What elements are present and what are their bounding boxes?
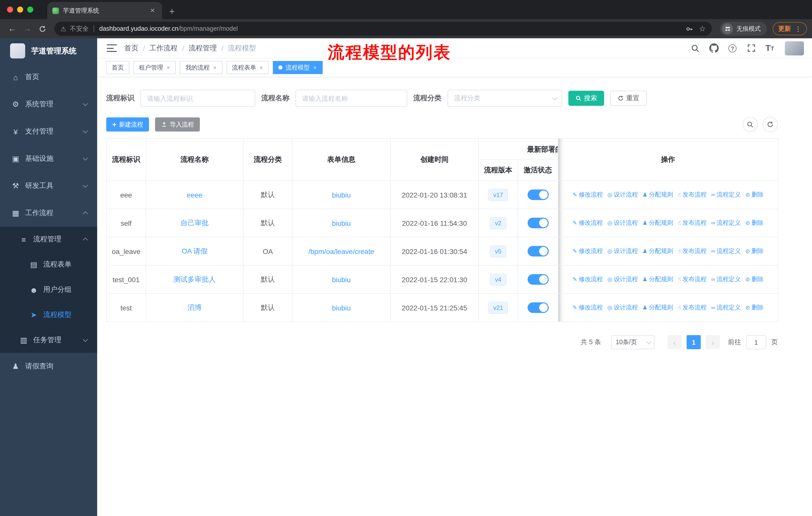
search-button[interactable]: 搜索	[568, 91, 604, 106]
design-process-action[interactable]: ◎设计流程	[607, 190, 638, 199]
assign-rule-action[interactable]: ♟分配规则	[642, 219, 673, 227]
active-status-toggle[interactable]	[527, 302, 548, 313]
delete-action[interactable]: ⊘删除	[745, 303, 763, 312]
process-definition-action[interactable]: ∞流程定义	[711, 303, 741, 312]
design-process-action[interactable]: ◎设计流程	[607, 275, 638, 284]
active-status-toggle[interactable]	[527, 246, 548, 256]
page-1-button[interactable]: 1	[687, 335, 701, 349]
goto-page-input[interactable]	[746, 335, 766, 349]
user-avatar[interactable]	[785, 41, 804, 55]
edit-process-action[interactable]: ✎修改流程	[573, 247, 603, 255]
active-status-toggle[interactable]	[527, 189, 548, 200]
active-status-toggle[interactable]	[527, 274, 548, 285]
form-info-link[interactable]: /bpm/oa/leave/create	[308, 247, 374, 255]
browser-update-button[interactable]: 更新 ⋮	[773, 22, 807, 35]
back-button[interactable]: ←	[5, 22, 19, 36]
browser-menu-icon[interactable]: ⋮	[795, 25, 802, 32]
help-icon[interactable]: ?	[727, 43, 738, 54]
assign-rule-action[interactable]: ♟分配规则	[642, 190, 673, 199]
sidebar-item-payment[interactable]: ¥ 支付管理	[0, 118, 97, 145]
process-category-select[interactable]: 流程分类	[447, 90, 562, 107]
github-icon[interactable]	[708, 43, 719, 54]
sidebar-collapse-icon[interactable]	[107, 44, 117, 52]
edit-process-action[interactable]: ✎修改流程	[573, 219, 603, 227]
tag-process-form[interactable]: 流程表单 ×	[227, 61, 269, 74]
design-process-action[interactable]: ◎设计流程	[607, 247, 638, 255]
process-name-link[interactable]: 滔博	[187, 303, 202, 311]
sidebar-item-process-management[interactable]: ≡ 流程管理	[0, 227, 97, 252]
close-icon[interactable]: ×	[166, 64, 170, 71]
form-info-link[interactable]: biubiu	[332, 275, 351, 283]
sidebar-item-process-form[interactable]: ▤ 流程表单	[0, 252, 97, 277]
process-definition-action[interactable]: ∞流程定义	[711, 190, 741, 199]
publish-process-action[interactable]: ☝发布流程	[677, 247, 706, 255]
form-info-link[interactable]: biubiu	[332, 219, 351, 227]
reload-button[interactable]	[35, 22, 49, 36]
assign-rule-action[interactable]: ♟分配规则	[642, 247, 673, 255]
delete-action[interactable]: ⊘删除	[745, 275, 763, 284]
assign-rule-action[interactable]: ♟分配规则	[642, 303, 673, 312]
breadcrumb-item[interactable]: 首页	[124, 44, 139, 53]
active-status-toggle[interactable]	[527, 218, 548, 228]
form-info-link[interactable]: biubiu	[332, 304, 351, 312]
browser-tab[interactable]: 芋道管理系统 ✕	[47, 2, 162, 19]
sidebar-item-home[interactable]: ⌂ 首页	[0, 63, 97, 91]
design-process-action[interactable]: ◎设计流程	[607, 219, 638, 227]
sidebar-item-leave-query[interactable]: ♟ 请假查询	[0, 353, 97, 380]
publish-process-action[interactable]: ☝发布流程	[677, 275, 706, 284]
process-definition-action[interactable]: ∞流程定义	[711, 275, 741, 284]
next-page-button[interactable]: ›	[706, 335, 720, 349]
process-name-input[interactable]	[295, 90, 407, 107]
prev-page-button[interactable]: ‹	[668, 335, 682, 349]
import-process-button[interactable]: 导入流程	[155, 117, 200, 132]
sidebar-item-user-group[interactable]: ☻ 用户分组	[0, 277, 97, 302]
edit-process-action[interactable]: ✎修改流程	[573, 190, 603, 199]
fullscreen-icon[interactable]	[746, 43, 757, 54]
url-bar[interactable]: ⚠ 不安全 dashboard.yudao.iocoder.cn/bpm/man…	[54, 22, 712, 36]
process-name-link[interactable]: 自己审批	[180, 218, 209, 226]
reset-button[interactable]: 重置	[610, 91, 647, 106]
sidebar-item-process-model[interactable]: ➤ 流程模型	[0, 302, 97, 328]
close-icon[interactable]: ×	[259, 64, 264, 71]
tag-my-process[interactable]: 我的流程 ×	[180, 61, 223, 74]
delete-action[interactable]: ⊘删除	[745, 219, 763, 227]
form-info-link[interactable]: biubiu	[332, 191, 351, 199]
process-name-link[interactable]: OA 请假	[182, 247, 208, 255]
bookmark-star-icon[interactable]: ☆	[699, 24, 706, 33]
publish-process-action[interactable]: ☝发布流程	[677, 303, 706, 312]
close-icon[interactable]: ×	[213, 64, 217, 71]
process-name-link[interactable]: 测试多审批人	[173, 275, 216, 283]
show-search-button[interactable]	[743, 117, 758, 132]
process-name-link[interactable]: eeee	[187, 191, 202, 199]
sidebar-item-devtools[interactable]: ⚒ 研发工具	[0, 172, 97, 199]
refresh-table-button[interactable]	[763, 117, 778, 132]
window-zoom-button[interactable]	[27, 6, 33, 12]
tag-tenant-management[interactable]: 租户管理 ×	[134, 61, 176, 74]
breadcrumb-item[interactable]: 工作流程	[149, 44, 178, 53]
design-process-action[interactable]: ◎设计流程	[607, 303, 638, 312]
edit-process-action[interactable]: ✎修改流程	[573, 275, 603, 284]
page-size-select[interactable]: 10条/页	[611, 335, 655, 349]
tag-home[interactable]: 首页	[106, 61, 129, 74]
process-id-input[interactable]	[141, 90, 255, 107]
breadcrumb-item[interactable]: 流程管理	[189, 44, 217, 53]
sidebar-item-system[interactable]: ⚙ 系统管理	[0, 91, 97, 118]
process-definition-action[interactable]: ∞流程定义	[711, 219, 741, 227]
create-process-button[interactable]: + 新建流程	[106, 117, 149, 132]
new-tab-button[interactable]: +	[169, 6, 175, 16]
assign-rule-action[interactable]: ♟分配规则	[642, 275, 673, 284]
forward-button[interactable]: →	[20, 22, 34, 36]
publish-process-action[interactable]: ☝发布流程	[677, 190, 706, 199]
sidebar-item-task-management[interactable]: ▥ 任务管理	[0, 328, 97, 353]
font-size-icon[interactable]: TT	[764, 43, 775, 54]
close-icon[interactable]: ×	[313, 64, 317, 71]
sidebar-item-infrastructure[interactable]: ▣ 基础设施	[0, 145, 97, 172]
edit-process-action[interactable]: ✎修改流程	[573, 303, 603, 312]
incognito-badge[interactable]: 无痕模式	[720, 22, 767, 36]
tag-process-model[interactable]: 流程模型 ×	[273, 61, 323, 74]
tab-close-icon[interactable]: ✕	[148, 6, 157, 15]
window-close-button[interactable]	[7, 6, 13, 12]
search-icon[interactable]	[690, 43, 701, 54]
delete-action[interactable]: ⊘删除	[745, 190, 763, 199]
window-minimize-button[interactable]	[17, 6, 23, 12]
